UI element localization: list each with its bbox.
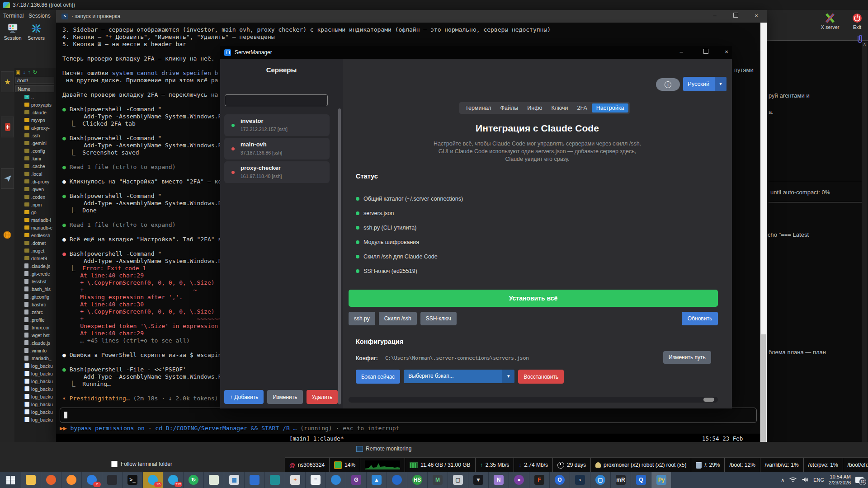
file-row[interactable]: log_backu	[15, 362, 56, 370]
add-server-button[interactable]: + Добавить	[224, 390, 264, 404]
servers-button[interactable]: Servers	[25, 23, 47, 41]
file-row[interactable]: .qwen	[15, 185, 56, 193]
taskbar-item-github[interactable]: ●	[509, 472, 529, 488]
terminal-minimize-icon[interactable]: –	[704, 10, 725, 23]
macro-paperplane-icon[interactable]	[1, 168, 14, 189]
file-row[interactable]: .bash_his	[15, 285, 56, 293]
file-row[interactable]: .wget-hst	[15, 331, 56, 339]
file-row[interactable]: .cache	[15, 162, 56, 170]
file-row[interactable]: .viminfo	[15, 347, 56, 354]
file-row[interactable]: log_backu	[15, 393, 56, 400]
notification-icon[interactable]: 32	[855, 477, 863, 483]
session-button[interactable]: Session	[2, 23, 24, 41]
taskbar-item-python[interactable]: Py	[651, 472, 672, 488]
tab-Файлы[interactable]: Файлы	[496, 103, 523, 113]
file-row[interactable]: .git-crede	[15, 270, 56, 277]
menu-terminal[interactable]: Terminal	[3, 13, 24, 19]
download-icon[interactable]: ↓	[23, 69, 25, 75]
tab-2FA[interactable]: 2FA	[573, 103, 592, 113]
file-row[interactable]: .npm	[15, 201, 56, 208]
taskbar-item-sphere-app[interactable]	[387, 472, 407, 488]
taskbar-item-hs-app[interactable]: HS	[407, 472, 428, 488]
file-row[interactable]: go	[15, 208, 56, 216]
restore-button[interactable]: Восстановить	[518, 370, 564, 384]
terminal-scrollbar[interactable]	[760, 23, 767, 443]
folder-up-icon[interactable]: ▣	[15, 69, 20, 75]
menu-sessions[interactable]: Sessions	[28, 13, 51, 19]
servermanager-titlebar[interactable]: ServerManager	[220, 46, 732, 59]
file-row[interactable]: .bashrc	[15, 300, 56, 308]
taskbar-item-mobaxterm[interactable]: M	[428, 472, 448, 488]
file-row[interactable]: .codex	[15, 193, 56, 201]
file-row[interactable]: log_backu	[15, 385, 56, 393]
taskbar-item-swirl-app[interactable]	[326, 472, 346, 488]
file-row[interactable]: ↑..	[15, 93, 56, 101]
taskbar-item-powershell[interactable]: ›	[570, 472, 590, 488]
taskbar-item-opera[interactable]: O	[550, 472, 570, 488]
follow-terminal-checkbox[interactable]: Follow terminal folder	[111, 461, 172, 467]
file-row[interactable]: log_backu	[15, 400, 56, 408]
edit-server-button[interactable]: Изменить	[267, 390, 302, 404]
file-row[interactable]: mariadb-i	[15, 216, 56, 224]
file-row[interactable]: .local	[15, 170, 56, 178]
terminal-close-icon[interactable]: ×	[746, 10, 767, 23]
file-row[interactable]: .claude.js	[15, 262, 56, 270]
file-row[interactable]: .gemini	[15, 139, 56, 147]
wifi-icon[interactable]	[789, 477, 797, 483]
file-row[interactable]: dotnet9	[15, 254, 56, 262]
file-row[interactable]: .mariadb_	[15, 354, 56, 362]
file-row[interactable]: endlessh	[15, 231, 56, 239]
file-row[interactable]: .lesshst	[15, 277, 56, 285]
file-row[interactable]: .dotnet	[15, 239, 56, 247]
taskbar-item-cmd[interactable]: >_	[123, 472, 143, 488]
terminal-titlebar[interactable]: > · запуск и проверка	[56, 10, 767, 23]
refresh-icon[interactable]: ↻	[33, 69, 37, 75]
terminal-scrollbar-thumb[interactable]	[761, 334, 766, 447]
file-row[interactable]: .ssh	[15, 131, 56, 139]
tab-Настройка[interactable]: Настройка	[592, 103, 629, 113]
file-row[interactable]: proxyapis	[15, 101, 56, 108]
exit-button[interactable]: Exit	[844, 13, 868, 30]
sftp-path-input[interactable]: /root/	[15, 77, 54, 84]
taskbar-item-start[interactable]	[0, 472, 21, 488]
install-all-button[interactable]: Установить всё	[349, 290, 718, 307]
upload-icon[interactable]: ↑	[28, 69, 30, 75]
remote-monitoring-toggle[interactable]: Remote monitoring	[356, 446, 411, 452]
file-row[interactable]: .zshrc	[15, 308, 56, 316]
tools-knife-icon[interactable]	[1, 117, 14, 137]
server-item-proxy-checker[interactable]: proxy-checker161.97.118.40 [ssh]	[224, 161, 330, 183]
taskbar-item-mr-app[interactable]: mR	[611, 472, 631, 488]
file-row[interactable]: log_backu	[15, 416, 56, 423]
taskbar-item-notepad[interactable]: ≡	[306, 472, 326, 488]
taskbar-item-telegram-active[interactable]: .26	[143, 472, 163, 488]
taskbar-item-brave[interactable]	[41, 472, 61, 488]
sidebar-scrollbar[interactable]	[338, 108, 341, 404]
globe-icon[interactable]	[1, 225, 13, 245]
file-row[interactable]: .kimi	[15, 155, 56, 162]
taskbar-item-tool-app[interactable]: +	[285, 472, 306, 488]
terminal-maximize-icon[interactable]	[725, 10, 746, 23]
tab-Инфо[interactable]: Инфо	[523, 103, 547, 113]
server-search-input[interactable]	[225, 94, 328, 106]
delete-server-button[interactable]: Удалить	[307, 390, 338, 404]
x-server-button[interactable]: X server	[817, 13, 843, 30]
taskbar-clock[interactable]: 10:54 AM2/23/2026	[829, 474, 851, 486]
taskbar-item-notion[interactable]: N	[489, 472, 509, 488]
file-row[interactable]: .claude	[15, 108, 56, 116]
terminal-prompt-input[interactable]	[60, 408, 757, 423]
taskbar-item-teal-app[interactable]	[265, 472, 285, 488]
file-row[interactable]: log_backu	[15, 370, 56, 377]
taskbar-item-dark-app[interactable]	[102, 472, 123, 488]
taskbar-item-explorer[interactable]	[21, 472, 41, 488]
file-row[interactable]: .tmux.cor	[15, 324, 56, 331]
file-row[interactable]: .nuget	[15, 247, 56, 254]
taskbar-item-phone[interactable]	[204, 472, 224, 488]
servermanager-maximize-icon[interactable]	[697, 46, 715, 59]
file-row[interactable]: log_backu	[15, 377, 56, 385]
file-row[interactable]: .profile	[15, 316, 56, 324]
server-item-investor[interactable]: investor173.212.212.157 [ssh]	[224, 114, 330, 136]
taskbar-item-photos[interactable]: ▲	[367, 472, 387, 488]
tool-button-ssh-[interactable]: SSH-ключ	[420, 312, 457, 325]
servermanager-close-icon[interactable]: ×	[717, 46, 736, 59]
taskbar-item-screen-app[interactable]: ▢	[448, 472, 468, 488]
